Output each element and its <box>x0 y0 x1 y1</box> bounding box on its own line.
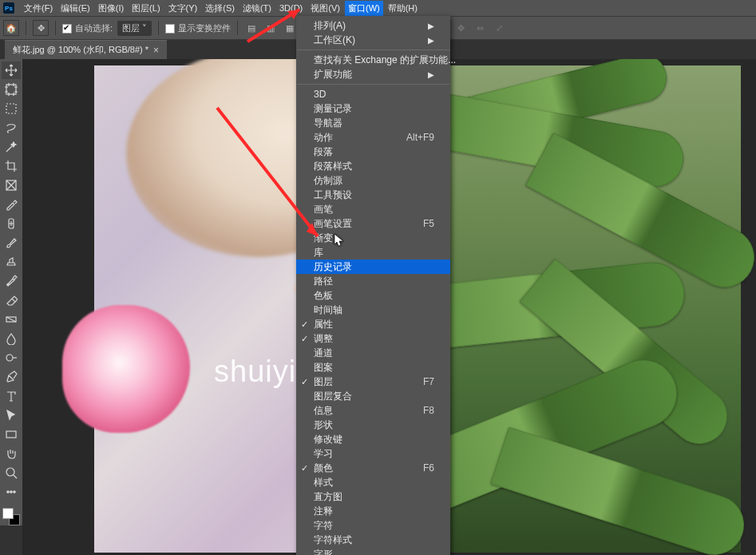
edit-toolbar-icon[interactable] <box>2 483 21 501</box>
menu-item[interactable]: ✓调整 <box>296 331 450 346</box>
three-d-slide-icon: ⇔ <box>473 21 487 35</box>
svg-rect-1 <box>6 104 16 113</box>
home-icon[interactable]: 🏠 <box>3 20 19 36</box>
menu-item[interactable]: 形状 <box>296 418 450 432</box>
menu-item[interactable]: 字符样式 <box>296 533 450 547</box>
eraser-tool[interactable] <box>2 291 21 309</box>
window-menu-dropdown: 排列(A)▶工作区(K)▶查找有关 Exchange 的扩展功能...扩展功能▶… <box>296 16 450 555</box>
menu-item-label: 时间轴 <box>314 303 342 317</box>
ps-logo-icon: Ps <box>3 2 14 14</box>
menu-item[interactable]: 工具预设 <box>296 188 450 202</box>
menu-item[interactable]: ✓属性 <box>296 317 450 331</box>
eyedropper-tool[interactable] <box>2 196 21 213</box>
artboard-tool[interactable] <box>2 81 21 98</box>
menu-view[interactable]: 视图(V) <box>307 1 343 16</box>
menu-image[interactable]: 图像(I) <box>95 1 127 16</box>
menu-item[interactable]: 修改键 <box>296 432 450 446</box>
submenu-arrow-icon: ▶ <box>428 70 434 79</box>
menu-item[interactable]: 扩展功能▶ <box>296 67 450 81</box>
menu-item[interactable]: 信息F8 <box>296 403 450 418</box>
menu-3d[interactable]: 3D(D) <box>276 2 306 14</box>
hand-tool[interactable] <box>2 445 21 462</box>
show-transform-checkbox[interactable]: 显示变换控件 <box>165 22 231 34</box>
align-left-icon[interactable]: ▤ <box>244 21 259 35</box>
menu-item[interactable]: 排列(A)▶ <box>296 18 450 33</box>
menu-item[interactable]: 测量记录 <box>296 101 450 116</box>
menu-item-label: 仿制源 <box>314 174 342 188</box>
history-brush-tool[interactable] <box>2 272 21 290</box>
lasso-tool[interactable] <box>2 119 21 137</box>
menu-item[interactable]: 工作区(K)▶ <box>296 33 450 47</box>
auto-select-checkbox[interactable]: 自动选择: <box>62 22 113 34</box>
menu-item[interactable]: 仿制源 <box>296 173 450 188</box>
auto-select-dropdown[interactable]: 图层 ˅ <box>117 21 152 36</box>
frame-tool[interactable] <box>2 176 21 194</box>
menu-item[interactable]: 图案 <box>296 360 450 375</box>
path-select-tool[interactable] <box>2 406 21 424</box>
align-right-icon[interactable]: ▦ <box>283 21 297 35</box>
menu-item[interactable]: 画笔 <box>296 202 450 216</box>
document-tab-title: 鲜花.jpg @ 100% (水印, RGB/8#) * <box>13 44 148 56</box>
brush-tool[interactable] <box>2 234 21 252</box>
menu-item-label: 路径 <box>314 275 333 288</box>
spot-heal-tool[interactable] <box>2 215 21 232</box>
rect-marquee-tool[interactable] <box>2 100 21 117</box>
menu-item[interactable]: 色板 <box>296 288 450 303</box>
menu-item[interactable]: 画笔设置F5 <box>296 216 450 231</box>
document-tab[interactable]: 鲜花.jpg @ 100% (水印, RGB/8#) * × <box>5 40 167 59</box>
menu-item[interactable]: 字形 <box>296 547 450 555</box>
menu-item[interactable]: 直方图 <box>296 490 450 504</box>
menu-item[interactable]: 字符 <box>296 518 450 533</box>
menu-item[interactable]: 时间轴 <box>296 303 450 317</box>
menu-item[interactable]: 通道 <box>296 346 450 360</box>
menu-item[interactable]: 3D <box>296 87 450 101</box>
menu-item-label: 字符 <box>314 519 333 533</box>
menu-item[interactable]: 渐变 <box>296 231 450 245</box>
menu-item[interactable]: 图层复合 <box>296 389 450 403</box>
menu-window[interactable]: 窗口(W) <box>345 1 383 16</box>
dodge-tool[interactable] <box>2 349 21 367</box>
menu-file[interactable]: 文件(F) <box>21 1 56 16</box>
menu-item-label: 图案 <box>314 361 333 375</box>
menu-item[interactable]: 段落样式 <box>296 159 450 173</box>
menu-item-label: 画笔 <box>314 203 333 216</box>
menu-edit[interactable]: 编辑(E) <box>57 1 93 16</box>
align-center-icon[interactable]: ▥ <box>263 21 278 35</box>
menu-item-label: 通道 <box>314 347 333 360</box>
menu-select[interactable]: 选择(S) <box>202 1 238 16</box>
submenu-arrow-icon: ▶ <box>428 36 434 45</box>
menubar: Ps 文件(F) 编辑(E) 图像(I) 图层(L) 文字(Y) 选择(S) 滤… <box>0 0 756 16</box>
magic-wand-tool[interactable] <box>2 138 21 156</box>
menu-item[interactable]: ✓图层F7 <box>296 375 450 389</box>
menu-item[interactable]: ✓颜色F6 <box>296 461 450 475</box>
type-tool[interactable] <box>2 387 21 405</box>
rectangle-tool[interactable] <box>2 426 21 443</box>
menu-item[interactable]: 查找有关 Exchange 的扩展功能... <box>296 53 450 67</box>
color-swatch[interactable] <box>2 508 20 525</box>
menu-filter[interactable]: 滤镜(T) <box>239 1 275 16</box>
move-tool[interactable] <box>2 61 21 79</box>
menu-layer[interactable]: 图层(L) <box>129 1 163 16</box>
menu-item[interactable]: 导航器 <box>296 116 450 130</box>
menu-item[interactable]: 历史记录 <box>296 260 450 274</box>
zoom-tool[interactable] <box>2 464 21 482</box>
close-tab-icon[interactable]: × <box>153 45 159 56</box>
menu-item[interactable]: 学习 <box>296 446 450 461</box>
menu-item-label: 信息 <box>314 404 333 418</box>
menu-item[interactable]: 注释 <box>296 504 450 518</box>
blur-tool[interactable] <box>2 330 21 347</box>
menu-item[interactable]: 动作Alt+F9 <box>296 130 450 145</box>
crop-tool[interactable] <box>2 157 21 175</box>
menu-help[interactable]: 帮助(H) <box>385 1 421 16</box>
move-tool-indicator-icon[interactable]: ✥ <box>33 20 49 36</box>
menu-item[interactable]: 路径 <box>296 274 450 288</box>
pen-tool[interactable] <box>2 368 21 386</box>
menu-type[interactable]: 文字(Y) <box>165 1 201 16</box>
gradient-tool[interactable] <box>2 311 21 328</box>
menu-item[interactable]: 样式 <box>296 475 450 490</box>
svg-rect-0 <box>6 85 16 94</box>
menu-item[interactable]: 库 <box>296 245 450 260</box>
clone-stamp-tool[interactable] <box>2 253 21 271</box>
menu-item[interactable]: 段落 <box>296 145 450 159</box>
menu-item-label: 直方图 <box>314 490 342 504</box>
